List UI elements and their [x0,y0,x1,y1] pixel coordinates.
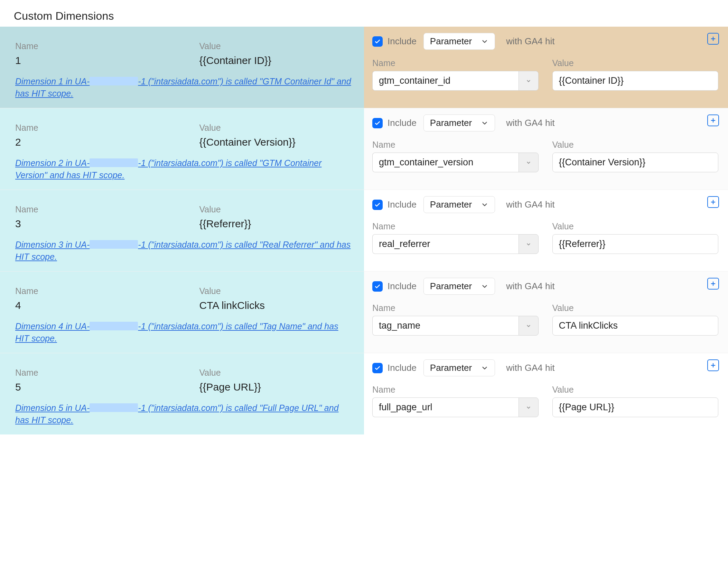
redacted-ua-id [90,158,138,167]
right-value-label: Value [552,58,719,68]
dimension-description-link[interactable]: Dimension 4 in UA--1 ("intarsiadata.com"… [15,320,354,345]
add-row-button[interactable] [707,33,719,45]
left-value-value: CTA linkClicks [199,300,356,311]
desc-prefix: Dimension 2 in UA- [15,158,90,168]
param-name-dropdown[interactable] [519,397,539,417]
checkmark-icon [374,120,381,127]
dimension-left-panel: Name 4 Value CTA linkClicks Dimension 4 … [0,272,364,353]
with-hit-label: with GA4 hit [506,363,554,373]
dimension-description-link[interactable]: Dimension 1 in UA--1 ("intarsiadata.com"… [15,75,354,100]
dimension-right-panel: Include Parameter with GA4 hit Name [364,272,728,353]
param-type-select[interactable]: Parameter [423,115,495,131]
param-value-input[interactable] [552,71,719,91]
left-value-value: {{Referrer}} [199,218,356,230]
right-value-label: Value [552,221,719,231]
redacted-ua-id [90,322,138,330]
include-label: Include [388,36,417,47]
param-name-input[interactable] [372,397,519,417]
include-checkbox[interactable] [372,363,383,373]
add-row-button[interactable] [707,278,719,290]
dimension-left-panel: Name 5 Value {{Page URL}} Dimension 5 in… [0,353,364,434]
right-value-label: Value [552,303,719,313]
add-row-button[interactable] [707,196,719,208]
include-checkbox[interactable] [372,118,383,128]
dimension-left-panel: Name 1 Value {{Container ID}} Dimension … [0,27,364,108]
param-name-input[interactable] [372,316,519,336]
left-value-label: Value [199,368,356,378]
right-name-label: Name [372,58,539,68]
with-hit-label: with GA4 hit [506,118,554,128]
plus-icon [710,117,716,124]
chevron-down-icon [481,38,488,45]
chevron-down-icon [481,201,488,209]
param-type-value: Parameter [430,36,472,47]
param-value-input[interactable] [552,397,719,417]
left-name-value: 3 [15,218,186,230]
param-type-select[interactable]: Parameter [423,33,495,50]
param-value-input[interactable] [552,316,719,336]
redacted-ua-id [90,403,138,412]
dimension-right-panel: Include Parameter with GA4 hit Name [364,190,728,271]
param-type-select[interactable]: Parameter [423,278,495,295]
param-type-value: Parameter [430,199,472,210]
dimension-right-panel: Include Parameter with GA4 hit Name [364,27,728,108]
left-name-label: Name [15,368,186,378]
dimension-left-panel: Name 3 Value {{Referrer}} Dimension 3 in… [0,190,364,271]
param-name-dropdown[interactable] [519,153,539,172]
param-type-select[interactable]: Parameter [423,196,495,213]
include-label: Include [388,199,417,210]
checkmark-icon [374,201,381,208]
left-value-value: {{Container Version}} [199,136,356,148]
add-row-button[interactable] [707,359,719,371]
caret-down-icon [525,159,532,166]
left-name-value: 4 [15,300,186,311]
include-label: Include [388,363,417,373]
dimension-description-link[interactable]: Dimension 3 in UA--1 ("intarsiadata.com"… [15,239,354,263]
param-value-input[interactable] [552,153,719,172]
page-title: Custom Dimensions [0,0,728,27]
dimension-right-panel: Include Parameter with GA4 hit Name [364,108,728,190]
chevron-down-icon [481,119,488,127]
param-type-value: Parameter [430,281,472,292]
param-value-input[interactable] [552,234,719,254]
dimension-right-panel: Include Parameter with GA4 hit Name [364,353,728,434]
left-name-label: Name [15,41,186,51]
dimension-description-link[interactable]: Dimension 5 in UA--1 ("intarsiadata.com"… [15,402,354,426]
plus-icon [710,362,716,369]
caret-down-icon [525,241,532,247]
left-value-label: Value [199,41,356,51]
redacted-ua-id [90,240,138,249]
param-name-input[interactable] [372,71,519,91]
param-name-dropdown[interactable] [519,316,539,336]
plus-icon [710,199,716,205]
dimension-description-link[interactable]: Dimension 2 in UA--1 ("intarsiadata.com"… [15,157,354,181]
param-type-value: Parameter [430,363,472,373]
left-name-value: 1 [15,55,186,66]
plus-icon [710,280,716,287]
param-name-input[interactable] [372,234,519,254]
include-checkbox[interactable] [372,281,383,292]
left-value-value: {{Page URL}} [199,381,356,393]
desc-prefix: Dimension 1 in UA- [15,76,90,86]
caret-down-icon [525,404,532,411]
plus-icon [710,35,716,42]
include-checkbox[interactable] [372,36,383,47]
left-name-value: 2 [15,136,186,148]
left-value-label: Value [199,123,356,133]
param-type-value: Parameter [430,118,472,128]
right-name-label: Name [372,385,539,395]
checkmark-icon [374,283,381,290]
left-name-label: Name [15,123,186,133]
param-type-select[interactable]: Parameter [423,359,495,376]
add-row-button[interactable] [707,115,719,126]
include-label: Include [388,281,417,292]
left-value-label: Value [199,204,356,214]
include-checkbox[interactable] [372,200,383,210]
desc-prefix: Dimension 4 in UA- [15,321,90,331]
with-hit-label: with GA4 hit [506,36,554,47]
param-name-dropdown[interactable] [519,71,539,91]
dimension-left-panel: Name 2 Value {{Container Version}} Dimen… [0,108,364,190]
right-name-label: Name [372,303,539,313]
param-name-input[interactable] [372,153,519,172]
param-name-dropdown[interactable] [519,234,539,254]
